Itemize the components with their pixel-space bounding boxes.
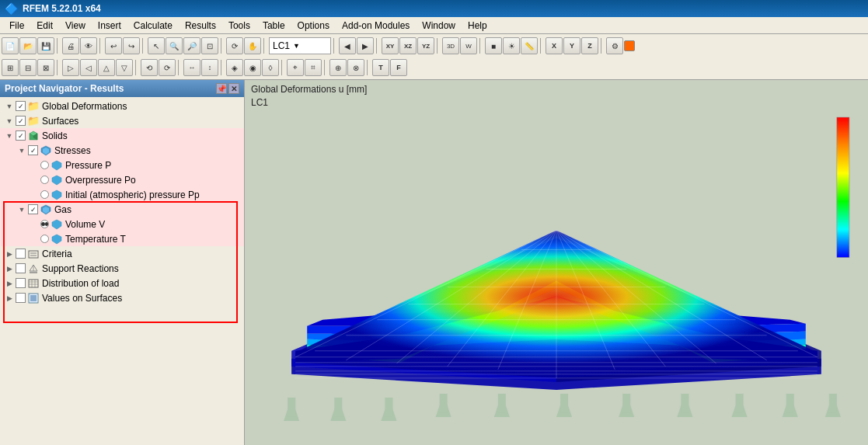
tb-view-1[interactable]: XY (382, 37, 399, 54)
tb2-1[interactable]: ⊞ (2, 59, 19, 76)
checkbox-support-reactions[interactable] (16, 263, 26, 273)
tree-item-support-reactions[interactable]: ▶ Support Reactions (0, 261, 244, 276)
tb-zoom-out[interactable]: 🔎 (183, 37, 200, 54)
radio-pressure-p[interactable] (40, 161, 49, 169)
checkbox-criteria[interactable] (16, 249, 26, 259)
sep9 (479, 38, 483, 54)
tb-view-3[interactable]: YZ (417, 37, 434, 54)
tb-zoom-all[interactable]: ⊡ (201, 37, 218, 54)
tree-item-initial-pressure[interactable]: ▶ Initial (atmospheric) pressure Pp (0, 187, 244, 202)
shield-volume-icon (51, 219, 62, 230)
tb-undo[interactable]: ↩ (105, 37, 122, 54)
tb2-14[interactable]: ◊ (262, 59, 279, 76)
tb2-9[interactable]: ⟳ (159, 59, 176, 76)
tb2-20[interactable]: F (390, 59, 407, 76)
tb-nav-fwd[interactable]: ▶ (357, 37, 374, 54)
menu-table[interactable]: Table (256, 19, 291, 33)
tree-item-gas[interactable]: ▼ Gas (0, 202, 244, 217)
checkbox-gas[interactable] (28, 204, 38, 214)
tb2-19[interactable]: T (372, 59, 389, 76)
menu-bar: File Edit View Insert Calculate Results … (0, 17, 868, 34)
tree-item-surfaces[interactable]: ▼ 📁 Surfaces (0, 113, 244, 128)
tree-item-criteria[interactable]: ▶ Criteria (0, 246, 244, 261)
tb-view-2[interactable]: XZ (399, 37, 417, 54)
checkbox-distribution-of-load[interactable] (16, 278, 26, 288)
menu-window[interactable]: Window (416, 19, 462, 33)
tb2-3[interactable]: ⊠ (37, 59, 54, 76)
tree-item-distribution-of-load[interactable]: ▶ Distribution of load (0, 276, 244, 290)
menu-tools[interactable]: Tools (222, 19, 256, 33)
tb-color[interactable] (624, 40, 635, 51)
tb2-12[interactable]: ◈ (226, 59, 243, 76)
tb-pan[interactable]: ✋ (244, 37, 261, 54)
tree-item-overpressure-po[interactable]: ▶ Overpressure Po (0, 172, 244, 187)
menu-help[interactable]: Help (462, 19, 493, 33)
tb-wire[interactable]: W (460, 37, 477, 54)
lc-dropdown[interactable]: LC1 ▼ (269, 37, 331, 54)
radio-overpressure-po[interactable] (40, 176, 49, 184)
tb-render[interactable]: ■ (485, 37, 502, 54)
tree-item-solids[interactable]: ▼ Solids (0, 128, 244, 143)
menu-addon[interactable]: Add-on Modules (336, 19, 416, 33)
checkbox-solids[interactable] (16, 130, 26, 141)
tb-light[interactable]: ☀ (503, 37, 520, 54)
tb-x[interactable]: X (546, 37, 563, 54)
label-gas: Gas (54, 204, 71, 215)
mesh-3d-view (245, 80, 868, 445)
tb2-7[interactable]: ▽ (116, 59, 133, 76)
tb2-11[interactable]: ↕ (201, 59, 218, 76)
tb2-5[interactable]: ◁ (80, 59, 97, 76)
menu-calculate[interactable]: Calculate (127, 19, 179, 33)
tb2-17[interactable]: ⊕ (329, 59, 347, 76)
tb2-15[interactable]: ⌖ (287, 59, 304, 76)
sep8 (437, 38, 440, 54)
radio-initial-pressure[interactable] (40, 190, 49, 199)
shield-initial-pressure-icon (51, 189, 62, 200)
app-icon: 🔷 (5, 2, 18, 15)
menu-view[interactable]: View (59, 19, 92, 33)
tb2-4[interactable]: ▷ (62, 59, 79, 76)
tb-y[interactable]: Y (563, 37, 580, 54)
tb2-18[interactable]: ⊗ (347, 59, 364, 76)
tb-print[interactable]: 🖨 (62, 37, 79, 54)
checkbox-global-deformations[interactable] (16, 101, 26, 111)
tree-item-temperature-t[interactable]: ▶ Temperature T (0, 231, 244, 246)
tb-settings[interactable]: ⚙ (606, 37, 623, 54)
tb-open[interactable]: 📂 (19, 37, 37, 54)
tb2-13[interactable]: ◉ (244, 59, 261, 76)
menu-results[interactable]: Results (179, 19, 222, 33)
checkbox-values-on-surfaces[interactable] (16, 293, 26, 303)
tb-redo[interactable]: ↪ (123, 37, 140, 54)
tb2-6[interactable]: △ (98, 59, 115, 76)
tree-item-global-deformations[interactable]: ▼ 📁 Global Deformations (0, 99, 244, 113)
radio-temperature-t[interactable] (40, 235, 49, 243)
panel-pin-btn[interactable]: 📌 (216, 83, 227, 94)
tb2-8[interactable]: ⟲ (141, 59, 158, 76)
tb-rotate[interactable]: ⟳ (226, 37, 243, 54)
menu-edit[interactable]: Edit (30, 19, 59, 33)
radio-volume-v[interactable] (40, 220, 49, 228)
tb-new[interactable]: 📄 (2, 37, 19, 54)
right-panel[interactable]: Global Deformations u [mm] LC1 (245, 80, 868, 445)
tree-item-pressure-p[interactable]: ▶ Pressure P (0, 158, 244, 172)
tb-3d[interactable]: 3D (442, 37, 459, 54)
tb-save[interactable]: 💾 (37, 37, 54, 54)
checkbox-surfaces[interactable] (16, 116, 26, 126)
tb2-2[interactable]: ⊟ (19, 59, 37, 76)
checkbox-stresses[interactable] (28, 145, 38, 155)
tb-select[interactable]: ↖ (148, 37, 165, 54)
tb2-16[interactable]: ⌗ (305, 59, 322, 76)
tree-item-volume-v[interactable]: ▶ Volume V (0, 217, 244, 231)
tb-measure[interactable]: 📏 (521, 37, 538, 54)
menu-insert[interactable]: Insert (92, 19, 127, 33)
tb-z[interactable]: Z (581, 37, 598, 54)
tree-item-stresses[interactable]: ▼ Stresses (0, 143, 244, 158)
panel-close-btn[interactable]: ✕ (228, 83, 239, 94)
tb-zoom-in[interactable]: 🔍 (166, 37, 183, 54)
menu-options[interactable]: Options (291, 19, 336, 33)
tb-preview[interactable]: 👁 (80, 37, 97, 54)
tb-nav-back[interactable]: ◀ (339, 37, 356, 54)
tree-item-values-on-surfaces[interactable]: ▶ Values on Surfaces (0, 290, 244, 305)
tb2-10[interactable]: ↔ (183, 59, 200, 76)
menu-file[interactable]: File (3, 19, 30, 33)
